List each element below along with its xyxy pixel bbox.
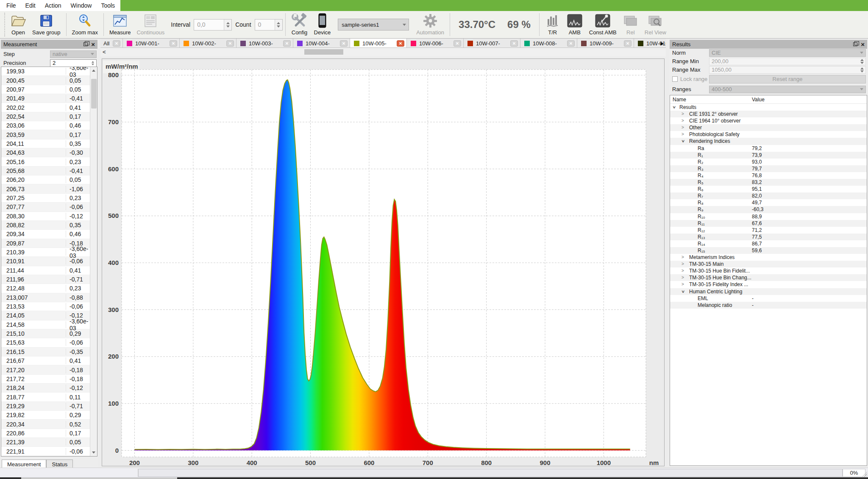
precision-input[interactable]: 2 xyxy=(50,59,97,67)
scroll-up-icon[interactable] xyxy=(90,67,97,74)
measurement-row[interactable]: 215,63-0,06 xyxy=(1,338,90,347)
tree-row-r-[interactable]: R₁₅59,6 xyxy=(670,247,867,254)
range-min-spinner[interactable] xyxy=(859,59,865,64)
menu-file[interactable]: File xyxy=(2,0,21,11)
tab-close-icon[interactable]: ✕ xyxy=(283,40,291,47)
measurement-row[interactable]: 213,53-0,06 xyxy=(1,302,90,311)
tab-10w004[interactable]: 10W-004-✕ xyxy=(293,39,350,48)
tree-row-cie-1964-10-observer[interactable]: >CIE 1964 10° observer xyxy=(670,117,867,124)
tab-10w002[interactable]: 10W-002-✕ xyxy=(180,39,236,48)
scroll-down-icon[interactable] xyxy=(90,449,97,456)
scroll-left-icon[interactable]: < xyxy=(103,49,106,55)
measurement-row[interactable]: 209,340,46 xyxy=(1,230,90,239)
tree-row-tm-30-15-hue-bin-fidelit-[interactable]: >TM-30-15 Hue Bin Fidelit... xyxy=(670,267,867,274)
tree-row-tm-30-15-main[interactable]: >TM-30-15 Main xyxy=(670,261,867,267)
tree-row-melanopic-ratio[interactable]: Melanopic ratio- xyxy=(670,302,867,309)
tab-10w008[interactable]: 10W-008-✕ xyxy=(520,39,577,48)
measure-button[interactable]: Measure xyxy=(106,11,134,38)
chevron-right-icon[interactable]: > xyxy=(682,274,684,281)
norm-combo[interactable]: CIE xyxy=(709,49,866,57)
measurement-row[interactable]: 204,63-0,30 xyxy=(1,148,90,157)
tr-button[interactable]: T/R xyxy=(542,11,563,38)
tree-row-results[interactable]: >Results xyxy=(670,104,867,111)
measurement-row[interactable]: 205,68-0,41 xyxy=(1,167,90,175)
step-combo[interactable]: native xyxy=(50,50,97,58)
measurement-row[interactable]: 201,49-0,41 xyxy=(1,94,90,103)
measurement-row[interactable]: 217,20-0,18 xyxy=(1,365,90,374)
tab-10w006[interactable]: 10W-006-✕ xyxy=(407,39,464,48)
count-spinner[interactable] xyxy=(275,19,282,30)
interval-spinner[interactable] xyxy=(224,19,231,30)
spectrum-chart[interactable]: mW/m²/nm01002003004005006007008002003004… xyxy=(102,58,665,466)
measurement-row[interactable]: 206,200,05 xyxy=(1,175,90,184)
close-panel-icon[interactable]: × xyxy=(861,41,865,47)
tab-close-icon[interactable]: ✕ xyxy=(226,40,234,47)
tab-10w007[interactable]: 10W-007-✕ xyxy=(464,39,520,48)
tree-row-r-[interactable]: R₁73,9 xyxy=(670,152,867,159)
measurement-row[interactable]: 200,970,05 xyxy=(1,85,90,94)
tree-row-tm-30-15-hue-bin-chang-[interactable]: >TM-30-15 Hue Bin Chang... xyxy=(670,274,867,281)
measurement-row[interactable]: 210,91-0,06 xyxy=(1,257,90,266)
menu-tools[interactable]: Tools xyxy=(96,0,120,11)
tree-row-r-[interactable]: R₄76,8 xyxy=(670,172,867,179)
open-button[interactable]: Open xyxy=(7,11,29,38)
range-max-spinner[interactable] xyxy=(859,67,865,72)
tab-close-icon[interactable]: ✕ xyxy=(397,40,404,47)
tab-overflow-arrow-icon[interactable]: ► xyxy=(659,40,665,47)
tree-row-other[interactable]: >Other xyxy=(670,124,867,131)
automation-button[interactable]: Automation xyxy=(413,11,447,38)
measurement-row[interactable]: 214,58-3,60e-03 xyxy=(1,320,90,329)
range-max-input[interactable]: 1050,00 xyxy=(709,66,866,74)
measurement-row[interactable]: 211,96-0,71 xyxy=(1,275,90,284)
measurement-table-scrollbar[interactable] xyxy=(90,67,97,456)
measurement-row[interactable]: 208,820,35 xyxy=(1,221,90,230)
tree-row-ra[interactable]: Ra79,2 xyxy=(670,145,867,152)
tree-row-human-centric-lighting[interactable]: >Human Centric Lighting xyxy=(670,288,867,295)
chevron-right-icon[interactable]: > xyxy=(682,117,684,124)
measurement-row[interactable]: 220,340,52 xyxy=(1,420,90,429)
float-panel-icon[interactable] xyxy=(853,42,857,46)
tab-10w001[interactable]: 10W-001-✕ xyxy=(123,39,180,48)
measurement-row[interactable]: 211,440,41 xyxy=(1,266,90,275)
tree-row-tm-30-15-fidelity-index-[interactable]: >TM-30-15 Fidelity Index ... xyxy=(670,281,867,288)
rel-view-button[interactable]: Rel View xyxy=(642,11,669,38)
measurement-row[interactable]: 215,100,29 xyxy=(1,329,90,338)
tree-row-r-[interactable]: R₉-60,3 xyxy=(670,206,867,213)
tree-row-eml[interactable]: EML- xyxy=(670,295,867,302)
chevron-right-icon[interactable]: > xyxy=(682,267,684,274)
tab-close-icon[interactable]: ✕ xyxy=(510,40,518,47)
device-button[interactable]: Device xyxy=(311,11,334,38)
menu-action[interactable]: Action xyxy=(40,0,66,11)
measurement-row[interactable]: 200,450,05 xyxy=(1,76,90,85)
float-panel-icon[interactable] xyxy=(83,42,88,46)
interval-input[interactable]: 0,0 xyxy=(194,19,232,31)
tree-row-r-[interactable]: R₇82,0 xyxy=(670,192,867,199)
ranges-combo[interactable]: 400-500 xyxy=(709,86,866,93)
chevron-right-icon[interactable]: > xyxy=(682,254,684,261)
measurement-row[interactable]: 207,250,23 xyxy=(1,194,90,203)
measurement-row[interactable]: 219,29-0,71 xyxy=(1,402,90,411)
menu-edit[interactable]: Edit xyxy=(21,0,40,11)
rel-button[interactable]: Rel xyxy=(620,11,642,38)
range-min-input[interactable]: 200,00 xyxy=(709,58,866,65)
const-amb-button[interactable]: Const AMB xyxy=(586,11,620,38)
measurement-row[interactable]: 212,480,23 xyxy=(1,284,90,293)
measurement-row[interactable]: 213,007-0,88 xyxy=(1,293,90,302)
tab-close-icon[interactable]: ✕ xyxy=(170,40,177,47)
tree-row-photobiological-safety[interactable]: >Photobiological Safety xyxy=(670,131,867,138)
tab-close-icon[interactable]: ✕ xyxy=(567,40,575,47)
measurement-row[interactable]: 203,060,46 xyxy=(1,121,90,130)
chevron-right-icon[interactable]: > xyxy=(682,261,684,267)
tree-row-r-[interactable]: R₁₀88,9 xyxy=(670,213,867,220)
tab-close-icon[interactable]: ✕ xyxy=(624,40,632,47)
chevron-down-icon[interactable]: > xyxy=(679,290,686,293)
tree-row-r-[interactable]: R₈49,7 xyxy=(670,199,867,206)
measurement-row[interactable]: 202,540,17 xyxy=(1,112,90,121)
reset-range-button[interactable]: Reset range xyxy=(709,75,866,84)
chevron-right-icon[interactable]: > xyxy=(682,124,684,131)
tree-row-metamerism-indices[interactable]: >Metamerism Indices xyxy=(670,254,867,261)
tab-all[interactable]: All✕ xyxy=(100,39,123,48)
measurement-row[interactable]: 207,77-0,06 xyxy=(1,203,90,212)
measurement-row[interactable]: 221,91-0,06 xyxy=(1,447,90,456)
chevron-right-icon[interactable]: > xyxy=(682,281,684,288)
